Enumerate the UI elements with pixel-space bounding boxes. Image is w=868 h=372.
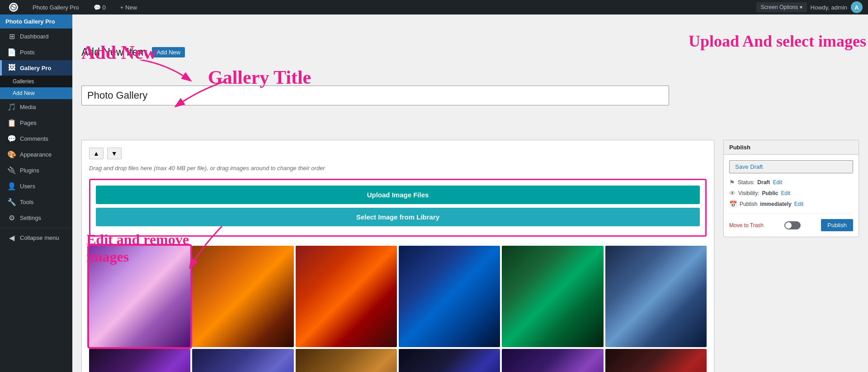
calendar-icon: 📅 xyxy=(729,200,737,208)
dashboard-icon: ⊞ xyxy=(7,32,16,41)
image-thumb-4[interactable] xyxy=(399,246,500,347)
add-new-button[interactable]: Add New xyxy=(152,47,185,57)
media-icon: 🎵 xyxy=(7,103,16,111)
sidebar-panel: Publish Save Draft ⚑ Status: Draft Edit … xyxy=(723,140,859,372)
admin-bar: Photo Gallery Pro 💬 0 + New Screen Optio… xyxy=(0,0,868,14)
sidebar-label-users: Users xyxy=(20,183,35,190)
sidebar-item-users[interactable]: 👤 Users xyxy=(0,178,72,194)
screen-options-button[interactable]: Screen Options ▾ xyxy=(756,2,807,12)
move-up-button[interactable]: ▲ xyxy=(89,148,104,159)
image-thumb-8[interactable] xyxy=(192,349,293,372)
move-down-button[interactable]: ▼ xyxy=(107,148,122,159)
loading-toggle[interactable] xyxy=(784,221,801,229)
pages-icon: 📋 xyxy=(7,119,16,127)
adminbar-comments[interactable]: 💬 0 xyxy=(90,0,109,14)
gallery-icon: 🖼 xyxy=(7,64,16,72)
wp-logo[interactable] xyxy=(5,0,22,14)
settings-icon: ⚙ xyxy=(7,214,16,222)
main-layout: Photo Gallery Pro ⊞ Dashboard 📄 Posts 🖼 … xyxy=(0,14,868,372)
comment-icon: 💬 xyxy=(94,4,101,11)
sidebar-item-tools[interactable]: 🔧 Tools xyxy=(0,194,72,210)
save-draft-button[interactable]: Save Draft xyxy=(729,160,853,173)
sidebar-item-plugins[interactable]: 🔌 Plugins xyxy=(0,162,72,178)
sidebar-item-pages[interactable]: 📋 Pages xyxy=(0,115,72,131)
panel-actions: Move to Trash Publish xyxy=(729,213,853,231)
sidebar-item-settings[interactable]: ⚙ Settings xyxy=(0,210,72,226)
upload-image-files-button[interactable]: Upload Image Files xyxy=(96,186,700,204)
visibility-label: Visibility: xyxy=(738,190,759,196)
gallery-toolbar: ▲ ▼ xyxy=(89,148,707,159)
sidebar-label-collapse: Collapse menu xyxy=(20,234,59,241)
image-thumb-3[interactable] xyxy=(296,246,397,347)
sidebar-label-plugins: Plugins xyxy=(20,167,39,174)
upload-section: Upload Image Files Select Image from Lib… xyxy=(89,179,707,237)
sidebar-label-settings: Settings xyxy=(20,215,41,221)
publish-panel-body: Save Draft ⚑ Status: Draft Edit 👁 Visibi… xyxy=(724,155,859,237)
sidebar-item-dashboard[interactable]: ⊞ Dashboard xyxy=(0,29,72,44)
plugins-icon: 🔌 xyxy=(7,166,16,175)
status-value: Draft xyxy=(757,179,770,186)
sidebar: Photo Gallery Pro ⊞ Dashboard 📄 Posts 🖼 … xyxy=(0,14,72,372)
image-thumb-7[interactable] xyxy=(89,349,190,372)
image-thumb-2[interactable] xyxy=(192,246,293,347)
sidebar-label-comments: Comments xyxy=(20,135,48,142)
image-thumb-5[interactable] xyxy=(502,246,603,347)
content-flex: Edit and removeimages ▲ ▼ Drag and drop … xyxy=(81,140,859,372)
status-row: ⚑ Status: Draft Edit xyxy=(729,179,853,186)
avatar: A xyxy=(851,1,863,13)
sidebar-label-tools: Tools xyxy=(20,199,33,205)
gallery-title-input[interactable] xyxy=(81,86,669,105)
sidebar-submenu-add-new[interactable]: Add New xyxy=(0,87,72,99)
visibility-value: Public xyxy=(762,190,778,196)
sidebar-item-media[interactable]: 🎵 Media xyxy=(0,99,72,115)
status-label: Status: xyxy=(738,179,755,186)
comments-icon: 💬 xyxy=(7,134,16,143)
sidebar-label-pages: Pages xyxy=(20,119,37,126)
sidebar-item-posts[interactable]: 📄 Posts xyxy=(0,44,72,60)
image-thumb-12[interactable] xyxy=(605,349,707,372)
howdy-label: Howdy, admin xyxy=(811,4,847,11)
sidebar-item-collapse[interactable]: ◀ Collapse menu xyxy=(0,230,72,246)
tools-icon: 🔧 xyxy=(7,198,16,206)
menu-separator xyxy=(0,228,72,228)
publish-edit-link[interactable]: Edit xyxy=(794,201,804,207)
sidebar-sublabel-add-new: Add New xyxy=(13,90,35,96)
sidebar-item-gallery-pro[interactable]: 🖼 Gallery Pro xyxy=(0,60,72,76)
visibility-row: 👁 Visibility: Public Edit xyxy=(729,190,853,197)
sidebar-label-gallery-pro: Gallery Pro xyxy=(20,65,51,72)
collapse-icon: ◀ xyxy=(7,234,16,242)
upload-select-annotation: Upload And select images xyxy=(689,32,868,51)
sidebar-label-posts: Posts xyxy=(20,49,35,56)
appearance-icon: 🎨 xyxy=(7,150,16,159)
select-image-library-button[interactable]: Select Image from Library xyxy=(96,208,700,226)
adminbar-site[interactable]: Photo Gallery Pro xyxy=(29,0,83,14)
sidebar-gallery-pro-brand[interactable]: Photo Gallery Pro xyxy=(0,14,72,29)
edit-remove-annotation: Edit and removeimages xyxy=(86,231,189,266)
sidebar-item-appearance[interactable]: 🎨 Appearance xyxy=(0,147,72,162)
users-icon: 👤 xyxy=(7,182,16,191)
image-thumb-9[interactable] xyxy=(296,349,397,372)
visibility-edit-link[interactable]: Edit xyxy=(781,190,790,196)
sidebar-label-media: Media xyxy=(20,104,36,110)
status-edit-link[interactable]: Edit xyxy=(773,179,782,186)
adminbar-new[interactable]: + New xyxy=(117,0,141,14)
publish-label: Publish xyxy=(740,201,757,207)
sidebar-submenu-galleries[interactable]: Galleries xyxy=(0,76,72,87)
eye-icon: 👁 xyxy=(729,190,736,197)
sidebar-label-dashboard: Dashboard xyxy=(20,33,49,40)
sidebar-item-comments[interactable]: 💬 Comments xyxy=(0,131,72,147)
publish-panel: Publish Save Draft ⚑ Status: Draft Edit … xyxy=(723,140,859,237)
publish-value: immediately xyxy=(760,201,791,207)
image-thumb-10[interactable] xyxy=(399,349,500,372)
image-thumb-6[interactable] xyxy=(605,246,707,347)
gallery-title-annotation: Gallery Title xyxy=(208,67,311,88)
move-to-trash-link[interactable]: Move to Trash xyxy=(729,222,764,229)
publish-button[interactable]: Publish xyxy=(821,219,853,231)
sidebar-brand-label: Photo Gallery Pro xyxy=(5,18,55,25)
flag-icon: ⚑ xyxy=(729,179,735,186)
add-new-annotation: Add New xyxy=(81,42,157,63)
image-thumb-11[interactable] xyxy=(502,349,603,372)
drag-instructions: Drag and drop files here (max 40 MB per … xyxy=(89,165,707,172)
gallery-main: Edit and removeimages ▲ ▼ Drag and drop … xyxy=(81,140,714,372)
publish-time-row: 📅 Publish immediately Edit xyxy=(729,200,853,208)
